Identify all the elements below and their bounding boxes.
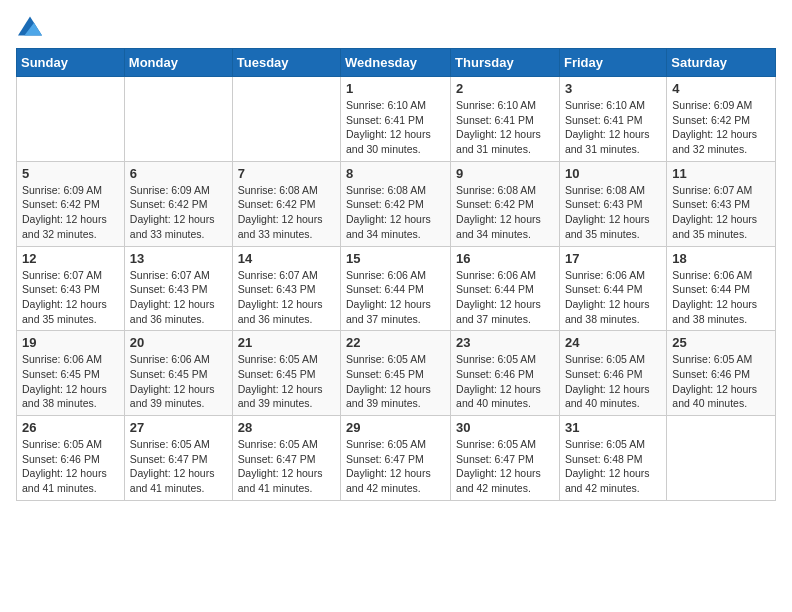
day-number: 15 [346, 251, 445, 266]
day-info: Sunrise: 6:05 AM Sunset: 6:46 PM Dayligh… [22, 437, 119, 496]
day-info: Sunrise: 6:07 AM Sunset: 6:43 PM Dayligh… [130, 268, 227, 327]
day-info: Sunrise: 6:07 AM Sunset: 6:43 PM Dayligh… [22, 268, 119, 327]
weekday-header-friday: Friday [559, 49, 666, 77]
day-number: 29 [346, 420, 445, 435]
day-info: Sunrise: 6:10 AM Sunset: 6:41 PM Dayligh… [346, 98, 445, 157]
calendar-cell: 15Sunrise: 6:06 AM Sunset: 6:44 PM Dayli… [341, 246, 451, 331]
weekday-header-wednesday: Wednesday [341, 49, 451, 77]
calendar-cell: 12Sunrise: 6:07 AM Sunset: 6:43 PM Dayli… [17, 246, 125, 331]
day-number: 14 [238, 251, 335, 266]
calendar-cell: 22Sunrise: 6:05 AM Sunset: 6:45 PM Dayli… [341, 331, 451, 416]
day-info: Sunrise: 6:06 AM Sunset: 6:44 PM Dayligh… [672, 268, 770, 327]
calendar-cell: 21Sunrise: 6:05 AM Sunset: 6:45 PM Dayli… [232, 331, 340, 416]
calendar-cell: 28Sunrise: 6:05 AM Sunset: 6:47 PM Dayli… [232, 416, 340, 501]
day-info: Sunrise: 6:10 AM Sunset: 6:41 PM Dayligh… [565, 98, 661, 157]
calendar-cell: 2Sunrise: 6:10 AM Sunset: 6:41 PM Daylig… [451, 77, 560, 162]
day-info: Sunrise: 6:06 AM Sunset: 6:44 PM Dayligh… [456, 268, 554, 327]
calendar-cell: 30Sunrise: 6:05 AM Sunset: 6:47 PM Dayli… [451, 416, 560, 501]
day-number: 27 [130, 420, 227, 435]
day-number: 28 [238, 420, 335, 435]
calendar-cell: 26Sunrise: 6:05 AM Sunset: 6:46 PM Dayli… [17, 416, 125, 501]
calendar-cell: 14Sunrise: 6:07 AM Sunset: 6:43 PM Dayli… [232, 246, 340, 331]
day-info: Sunrise: 6:08 AM Sunset: 6:42 PM Dayligh… [346, 183, 445, 242]
calendar-cell: 20Sunrise: 6:06 AM Sunset: 6:45 PM Dayli… [124, 331, 232, 416]
day-info: Sunrise: 6:06 AM Sunset: 6:45 PM Dayligh… [22, 352, 119, 411]
day-number: 13 [130, 251, 227, 266]
day-number: 23 [456, 335, 554, 350]
calendar-cell [17, 77, 125, 162]
day-number: 19 [22, 335, 119, 350]
day-number: 16 [456, 251, 554, 266]
calendar-cell: 27Sunrise: 6:05 AM Sunset: 6:47 PM Dayli… [124, 416, 232, 501]
day-info: Sunrise: 6:05 AM Sunset: 6:45 PM Dayligh… [238, 352, 335, 411]
calendar-cell: 11Sunrise: 6:07 AM Sunset: 6:43 PM Dayli… [667, 161, 776, 246]
day-info: Sunrise: 6:06 AM Sunset: 6:44 PM Dayligh… [346, 268, 445, 327]
calendar-cell: 23Sunrise: 6:05 AM Sunset: 6:46 PM Dayli… [451, 331, 560, 416]
day-number: 25 [672, 335, 770, 350]
day-info: Sunrise: 6:07 AM Sunset: 6:43 PM Dayligh… [238, 268, 335, 327]
day-info: Sunrise: 6:08 AM Sunset: 6:42 PM Dayligh… [238, 183, 335, 242]
day-number: 26 [22, 420, 119, 435]
day-number: 5 [22, 166, 119, 181]
calendar-cell: 9Sunrise: 6:08 AM Sunset: 6:42 PM Daylig… [451, 161, 560, 246]
week-row-4: 19Sunrise: 6:06 AM Sunset: 6:45 PM Dayli… [17, 331, 776, 416]
day-info: Sunrise: 6:05 AM Sunset: 6:46 PM Dayligh… [456, 352, 554, 411]
page-header [16, 16, 776, 36]
week-row-3: 12Sunrise: 6:07 AM Sunset: 6:43 PM Dayli… [17, 246, 776, 331]
calendar-cell [124, 77, 232, 162]
weekday-header-saturday: Saturday [667, 49, 776, 77]
day-info: Sunrise: 6:06 AM Sunset: 6:44 PM Dayligh… [565, 268, 661, 327]
day-info: Sunrise: 6:05 AM Sunset: 6:47 PM Dayligh… [456, 437, 554, 496]
day-info: Sunrise: 6:05 AM Sunset: 6:47 PM Dayligh… [130, 437, 227, 496]
calendar-cell: 1Sunrise: 6:10 AM Sunset: 6:41 PM Daylig… [341, 77, 451, 162]
day-info: Sunrise: 6:07 AM Sunset: 6:43 PM Dayligh… [672, 183, 770, 242]
weekday-header-monday: Monday [124, 49, 232, 77]
day-number: 18 [672, 251, 770, 266]
day-number: 7 [238, 166, 335, 181]
calendar-cell: 8Sunrise: 6:08 AM Sunset: 6:42 PM Daylig… [341, 161, 451, 246]
day-info: Sunrise: 6:09 AM Sunset: 6:42 PM Dayligh… [130, 183, 227, 242]
calendar-cell: 16Sunrise: 6:06 AM Sunset: 6:44 PM Dayli… [451, 246, 560, 331]
calendar-cell: 5Sunrise: 6:09 AM Sunset: 6:42 PM Daylig… [17, 161, 125, 246]
calendar-cell: 29Sunrise: 6:05 AM Sunset: 6:47 PM Dayli… [341, 416, 451, 501]
day-number: 8 [346, 166, 445, 181]
calendar-cell: 3Sunrise: 6:10 AM Sunset: 6:41 PM Daylig… [559, 77, 666, 162]
calendar-table: SundayMondayTuesdayWednesdayThursdayFrid… [16, 48, 776, 501]
calendar-cell: 31Sunrise: 6:05 AM Sunset: 6:48 PM Dayli… [559, 416, 666, 501]
calendar-cell: 24Sunrise: 6:05 AM Sunset: 6:46 PM Dayli… [559, 331, 666, 416]
weekday-header-thursday: Thursday [451, 49, 560, 77]
day-info: Sunrise: 6:09 AM Sunset: 6:42 PM Dayligh… [22, 183, 119, 242]
day-number: 9 [456, 166, 554, 181]
calendar-cell: 13Sunrise: 6:07 AM Sunset: 6:43 PM Dayli… [124, 246, 232, 331]
day-info: Sunrise: 6:06 AM Sunset: 6:45 PM Dayligh… [130, 352, 227, 411]
day-info: Sunrise: 6:05 AM Sunset: 6:46 PM Dayligh… [565, 352, 661, 411]
day-info: Sunrise: 6:05 AM Sunset: 6:47 PM Dayligh… [346, 437, 445, 496]
day-number: 6 [130, 166, 227, 181]
day-number: 30 [456, 420, 554, 435]
weekday-header-row: SundayMondayTuesdayWednesdayThursdayFrid… [17, 49, 776, 77]
day-number: 11 [672, 166, 770, 181]
week-row-1: 1Sunrise: 6:10 AM Sunset: 6:41 PM Daylig… [17, 77, 776, 162]
day-info: Sunrise: 6:05 AM Sunset: 6:45 PM Dayligh… [346, 352, 445, 411]
weekday-header-sunday: Sunday [17, 49, 125, 77]
day-info: Sunrise: 6:10 AM Sunset: 6:41 PM Dayligh… [456, 98, 554, 157]
day-number: 2 [456, 81, 554, 96]
day-info: Sunrise: 6:08 AM Sunset: 6:42 PM Dayligh… [456, 183, 554, 242]
day-number: 4 [672, 81, 770, 96]
day-number: 12 [22, 251, 119, 266]
day-number: 31 [565, 420, 661, 435]
logo-text [16, 16, 42, 36]
day-info: Sunrise: 6:05 AM Sunset: 6:48 PM Dayligh… [565, 437, 661, 496]
logo [16, 16, 42, 36]
day-number: 10 [565, 166, 661, 181]
day-number: 3 [565, 81, 661, 96]
calendar-cell [667, 416, 776, 501]
calendar-cell [232, 77, 340, 162]
day-info: Sunrise: 6:05 AM Sunset: 6:47 PM Dayligh… [238, 437, 335, 496]
calendar-cell: 7Sunrise: 6:08 AM Sunset: 6:42 PM Daylig… [232, 161, 340, 246]
calendar-cell: 10Sunrise: 6:08 AM Sunset: 6:43 PM Dayli… [559, 161, 666, 246]
day-info: Sunrise: 6:08 AM Sunset: 6:43 PM Dayligh… [565, 183, 661, 242]
weekday-header-tuesday: Tuesday [232, 49, 340, 77]
calendar-cell: 4Sunrise: 6:09 AM Sunset: 6:42 PM Daylig… [667, 77, 776, 162]
day-info: Sunrise: 6:05 AM Sunset: 6:46 PM Dayligh… [672, 352, 770, 411]
